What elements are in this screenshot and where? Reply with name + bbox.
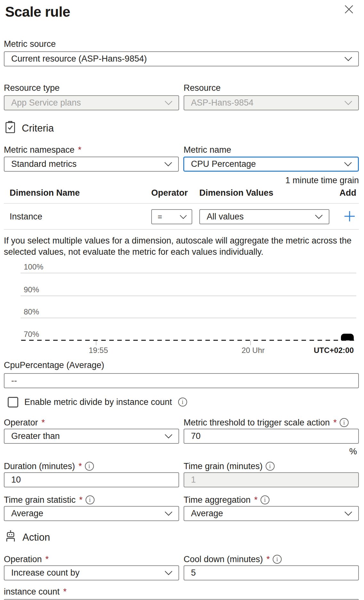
chevron-down-icon — [179, 212, 187, 222]
info-icon[interactable]: i — [273, 555, 282, 564]
required-asterisk: * — [78, 144, 82, 155]
required-asterisk: * — [79, 461, 82, 472]
action-heading: Action — [22, 532, 50, 543]
timezone-label: UTC+02:00 — [314, 346, 354, 355]
chevron-down-icon — [344, 509, 352, 519]
metric-name-dropdown[interactable]: CPU Percentage — [183, 157, 359, 172]
threshold-input[interactable]: 70 — [184, 429, 359, 444]
operator-header: Operator — [151, 188, 192, 198]
time-aggregation-label: Time aggregation * i — [184, 494, 359, 505]
cooldown-input[interactable]: 5 — [184, 565, 359, 580]
gridline — [21, 296, 356, 296]
gridline — [21, 273, 356, 273]
operation-value: Increase count by — [11, 568, 79, 578]
info-icon[interactable]: i — [340, 418, 349, 427]
metric-namespace-value: Standard metrics — [11, 159, 77, 169]
add-dimension-button[interactable] — [329, 210, 359, 224]
time-grain-statistic-label: Time grain statistic * i — [4, 494, 179, 505]
metric-name-value: CPU Percentage — [191, 159, 256, 169]
threshold-drag-handle[interactable] — [341, 334, 354, 340]
gridline — [21, 318, 356, 318]
time-aggregation-value: Average — [191, 509, 223, 519]
aggregate-note: If you select multiple values for a dime… — [4, 235, 355, 258]
chevron-down-icon — [164, 568, 173, 578]
required-asterisk: * — [333, 417, 337, 428]
time-aggregation-dropdown[interactable]: Average — [184, 506, 359, 521]
required-asterisk: * — [267, 554, 270, 565]
chevron-down-icon — [164, 509, 173, 519]
info-icon[interactable]: i — [86, 495, 95, 504]
duration-input[interactable]: 10 — [4, 472, 179, 487]
resource-type-label: Resource type — [4, 82, 179, 93]
metric-namespace-label: Metric namespace * — [4, 144, 179, 155]
time-grain-label: Time grain (minutes) i — [184, 461, 359, 472]
dimension-name-header: Dimension Name — [10, 188, 151, 198]
cooldown-label: Cool down (minutes) * i — [184, 554, 359, 565]
info-icon[interactable]: i — [178, 398, 187, 407]
threshold-label: Metric threshold to trigger scale action… — [184, 417, 359, 428]
x-tick-label: 20 Uhr — [231, 346, 276, 355]
required-asterisk: * — [79, 494, 83, 505]
divide-by-instance-checkbox[interactable] — [8, 397, 18, 407]
info-icon[interactable]: i — [266, 462, 275, 471]
duration-value: 10 — [11, 475, 21, 485]
instance-count-label: instance count * — [4, 586, 359, 597]
dimension-operator-dropdown[interactable]: = — [151, 209, 192, 224]
operator-dropdown[interactable]: Greater than — [4, 429, 179, 444]
operator-label: Operator * — [4, 417, 179, 428]
time-grain-value: 1 — [191, 475, 196, 485]
time-grain-input: 1 — [184, 472, 359, 487]
page-title: Scale rule — [5, 3, 364, 21]
dimension-values-value: All values — [207, 212, 244, 222]
required-asterisk: * — [42, 417, 45, 428]
resource-dropdown: ASP-Hans-9854 — [184, 95, 359, 110]
y-tick-90: 90% — [24, 285, 39, 294]
divide-by-instance-label: Enable metric divide by instance count — [24, 397, 172, 407]
resource-label: Resource — [184, 82, 359, 93]
divider — [4, 229, 359, 230]
y-tick-70: 70% — [24, 330, 39, 339]
metric-source-value: Current resource (ASP-Hans-9854) — [11, 54, 147, 64]
chevron-down-icon — [344, 159, 352, 169]
chevron-down-icon — [344, 54, 352, 64]
criteria-heading: Criteria — [22, 123, 54, 134]
threshold-value: 70 — [191, 431, 201, 441]
info-icon[interactable]: i — [85, 462, 94, 471]
required-asterisk: * — [63, 586, 67, 597]
chevron-down-icon — [344, 98, 352, 108]
dimension-values-dropdown[interactable]: All values — [199, 209, 329, 224]
dimension-operator-value: = — [158, 212, 162, 221]
metric-source-label: Metric source — [4, 39, 359, 49]
operation-dropdown[interactable]: Increase count by — [4, 565, 179, 580]
threshold-line[interactable] — [21, 340, 356, 341]
resource-type-dropdown: App Service plans — [4, 95, 179, 110]
metric-source-dropdown[interactable]: Current resource (ASP-Hans-9854) — [4, 51, 359, 66]
required-asterisk: * — [46, 554, 49, 565]
scale-rule-dialog: Scale rule Metric source Current resourc… — [0, 0, 364, 600]
add-header: Add — [329, 188, 359, 198]
metric-value-input[interactable]: -- — [4, 373, 359, 388]
info-icon[interactable]: i — [261, 495, 269, 504]
action-section-header: Action — [4, 529, 359, 545]
robot-icon — [4, 529, 17, 545]
metric-namespace-dropdown[interactable]: Standard metrics — [4, 157, 179, 172]
time-grain-statistic-value: Average — [11, 509, 43, 519]
chevron-down-icon — [164, 98, 173, 108]
duration-label: Duration (minutes) * i — [4, 461, 179, 472]
chevron-down-icon — [315, 212, 323, 222]
x-axis-tick — [250, 341, 251, 345]
x-axis-tick — [96, 341, 96, 345]
close-icon[interactable] — [343, 4, 354, 15]
metric-value-label: CpuPercentage (Average) — [4, 360, 359, 371]
criteria-section-header: Criteria — [4, 120, 359, 137]
divider — [4, 203, 359, 204]
threshold-unit: % — [4, 447, 359, 457]
cooldown-value: 5 — [191, 568, 196, 578]
time-grain-statistic-dropdown[interactable]: Average — [4, 506, 179, 521]
dimension-values-header: Dimension Values — [199, 188, 329, 198]
metric-value-text: -- — [11, 376, 17, 386]
chevron-down-icon — [164, 159, 172, 169]
dialog-header: Scale rule — [0, 0, 364, 21]
metric-preview-chart: 100% 90% 80% 70% 19:55 20 Uhr UTC+02:00 — [4, 265, 359, 355]
chevron-down-icon — [164, 431, 173, 441]
